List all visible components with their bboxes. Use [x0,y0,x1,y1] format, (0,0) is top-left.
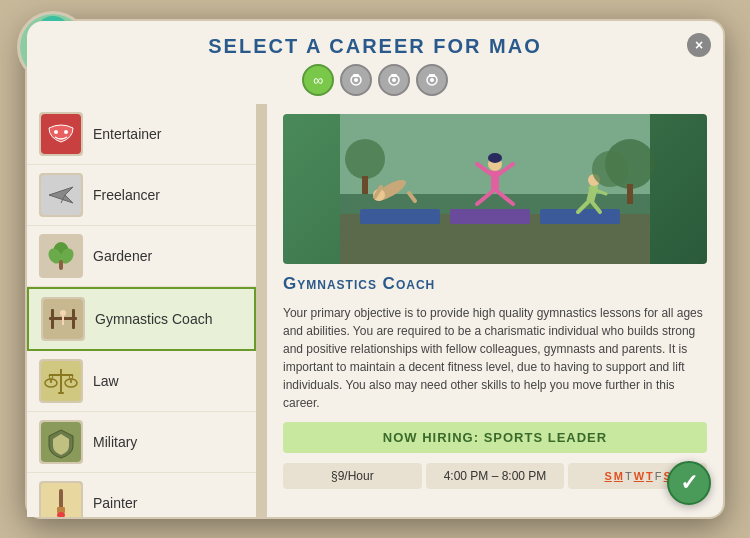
toolbar-infinity-btn[interactable]: ∞ [302,64,334,96]
career-item-military[interactable]: Military [27,412,256,473]
svg-rect-50 [360,209,440,224]
day-f: F [655,470,662,482]
close-button[interactable]: × [687,33,711,57]
svg-rect-51 [450,209,530,224]
svg-rect-41 [58,392,64,394]
day-s: S [604,470,611,482]
svg-point-16 [54,130,58,134]
gardener-icon [39,234,83,278]
svg-point-17 [64,130,68,134]
career-list: Entertainer Freelancer [27,104,257,517]
day-m: M [614,470,623,482]
career-item-entertainer[interactable]: Entertainer [27,104,256,165]
career-detail: Gymnastics Coach Your primary objective … [267,104,723,517]
day-t: T [625,470,632,482]
detail-description: Your primary objective is to provide hig… [283,304,707,412]
painter-icon [39,481,83,517]
svg-point-30 [60,310,66,316]
painter-label: Painter [93,495,137,511]
svg-rect-73 [362,176,368,194]
svg-point-7 [354,78,358,82]
detail-title: Gymnastics Coach [283,274,707,294]
svg-point-13 [430,78,434,82]
svg-point-70 [592,151,628,187]
career-item-freelancer[interactable]: Freelancer [27,165,256,226]
svg-point-59 [488,153,502,163]
day-t: T [646,470,653,482]
gardener-label: Gardener [93,248,152,264]
hiring-banner: Now Hiring: Sports Leader [283,422,707,453]
career-modal: Select a Career for Mao ∞ [25,19,725,519]
toolbar: ∞ [302,64,448,96]
modal-title: Select a Career for Mao [208,35,541,58]
law-label: Law [93,373,119,389]
pay-cell: §9/Hour [283,463,422,489]
svg-rect-57 [491,169,499,191]
entertainer-label: Entertainer [93,126,161,142]
toolbar-camera2-btn[interactable] [378,64,410,96]
entertainer-icon [39,112,83,156]
career-image [283,114,707,264]
svg-rect-44 [59,489,63,509]
confirm-button[interactable]: ✓ [667,461,711,505]
modal-header: Select a Career for Mao ∞ [27,21,723,104]
modal-body: Entertainer Freelancer [27,104,723,517]
toolbar-camera3-btn[interactable] [416,64,448,96]
gymnastics-coach-label: Gymnastics Coach [95,311,212,327]
career-item-gymnastics-coach[interactable]: Gymnastics Coach [27,287,256,351]
checkmark-icon: ✓ [680,470,698,496]
svg-rect-11 [391,74,397,77]
freelancer-label: Freelancer [93,187,160,203]
job-info-row: §9/Hour 4:00 PM – 8:00 PM SMTWTFS [283,463,707,489]
svg-rect-14 [429,74,435,77]
svg-point-10 [392,78,396,82]
day-w: W [634,470,644,482]
career-item-law[interactable]: Law [27,351,256,412]
svg-point-72 [345,139,385,179]
career-item-gardener[interactable]: Gardener [27,226,256,287]
svg-rect-25 [59,260,63,270]
divider [257,104,267,517]
svg-rect-28 [51,309,54,329]
hours-cell: 4:00 PM – 8:00 PM [426,463,565,489]
military-icon [39,420,83,464]
military-label: Military [93,434,137,450]
svg-rect-71 [627,184,633,204]
career-item-painter[interactable]: Painter [27,473,256,517]
freelancer-icon [39,173,83,217]
toolbar-camera1-btn[interactable] [340,64,372,96]
gymnastics-icon [41,297,85,341]
law-icon [39,359,83,403]
svg-rect-29 [72,309,75,329]
svg-rect-8 [353,74,359,77]
